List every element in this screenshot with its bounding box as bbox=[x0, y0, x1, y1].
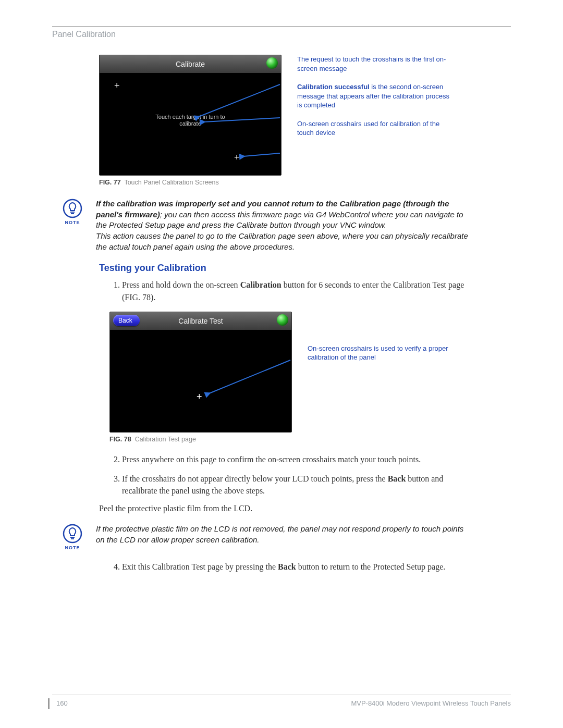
figure-77: Calibrate + Touch each target in turn to… bbox=[99, 55, 511, 176]
step-text: Exit this Calibration Test page by press… bbox=[122, 562, 278, 571]
crosshair-icon: + bbox=[234, 152, 240, 163]
step-bold: Calibration bbox=[240, 280, 282, 289]
note-label: NOTE bbox=[65, 220, 80, 225]
note-icon: NOTE bbox=[62, 199, 83, 225]
fig78-screen-title: Calibrate Test bbox=[178, 317, 223, 325]
fig-caption-text: Touch Panel Calibration Screens bbox=[124, 179, 218, 186]
fig77-callout-1: The request to touch the crosshairs is t… bbox=[297, 55, 454, 73]
step-4: Exit this Calibration Test page by press… bbox=[122, 561, 474, 573]
lightbulb-icon bbox=[63, 199, 82, 218]
fig78-callout-1: On-screen crosshairs is used to verify a… bbox=[308, 344, 464, 362]
fig77-caption: FIG. 77 Touch Panel Calibration Screens bbox=[99, 179, 511, 186]
figure-78: Back Calibrate Test + On-screen crosshai… bbox=[109, 312, 511, 433]
fig78-caption: FIG. 78 Calibration Test page bbox=[109, 436, 511, 443]
page-section-label: Panel Calibration bbox=[52, 30, 511, 39]
step-2: Press anywhere on this page to confirm t… bbox=[122, 453, 474, 465]
step-bold: Back bbox=[388, 474, 406, 483]
back-button[interactable]: Back bbox=[113, 315, 140, 326]
svg-line-0 bbox=[199, 84, 280, 117]
note-block-1: NOTE If the calibration was improperly s… bbox=[62, 199, 511, 252]
svg-line-2 bbox=[243, 153, 280, 156]
page-number: 160 bbox=[56, 699, 68, 707]
step-text: Press and hold down the on-screen bbox=[122, 280, 240, 289]
fig-number: FIG. 77 bbox=[99, 179, 121, 186]
step-bold: Back bbox=[278, 562, 296, 571]
note-label: NOTE bbox=[65, 545, 80, 550]
heading-testing-calibration: Testing your Calibration bbox=[99, 263, 511, 274]
crosshair-icon: + bbox=[197, 391, 202, 402]
status-dot-icon bbox=[277, 314, 288, 326]
status-dot-icon bbox=[266, 57, 278, 69]
fig77-message: Touch each target in turn to calibrate bbox=[149, 114, 232, 127]
note-block-2: NOTE If the protective plastic film on t… bbox=[62, 524, 511, 550]
step-text: button to return to the Protected Setup … bbox=[296, 562, 446, 571]
page-footer: 160 MVP-8400i Modero Viewpoint Wireless … bbox=[52, 695, 511, 707]
step-text: Press anywhere on this page to confirm t… bbox=[122, 455, 421, 464]
paragraph-peel-film: Peel the protective plastic film from th… bbox=[99, 504, 506, 513]
note2-text: If the protective plastic film on the LC… bbox=[96, 524, 463, 544]
fig-caption-text: Calibration Test page bbox=[135, 436, 196, 443]
fig77-callout-3: On-screen crosshairs used for calibratio… bbox=[297, 119, 454, 138]
note1-line2: This action causes the panel to go to th… bbox=[96, 231, 468, 251]
svg-line-6 bbox=[209, 360, 290, 393]
fig78-screen: Back Calibrate Test + bbox=[109, 312, 292, 433]
fig77-screen: Calibrate + Touch each target in turn to… bbox=[99, 55, 282, 176]
note-icon: NOTE bbox=[62, 524, 83, 550]
fig77-screen-title: Calibrate bbox=[176, 60, 205, 68]
lightbulb-icon bbox=[63, 524, 82, 544]
fig77-callout-2: Calibration successful is the second on-… bbox=[297, 82, 454, 110]
footer-doc-title: MVP-8400i Modero Viewpoint Wireless Touc… bbox=[351, 699, 511, 707]
crosshair-icon: + bbox=[114, 80, 120, 91]
step-1: Press and hold down the on-screen Calibr… bbox=[122, 279, 474, 303]
step-text: If the crosshairs do not appear directly… bbox=[122, 474, 388, 483]
callout-bold: Calibration successful bbox=[297, 83, 370, 91]
step-3: If the crosshairs do not appear directly… bbox=[122, 473, 474, 497]
fig-number: FIG. 78 bbox=[109, 436, 131, 443]
